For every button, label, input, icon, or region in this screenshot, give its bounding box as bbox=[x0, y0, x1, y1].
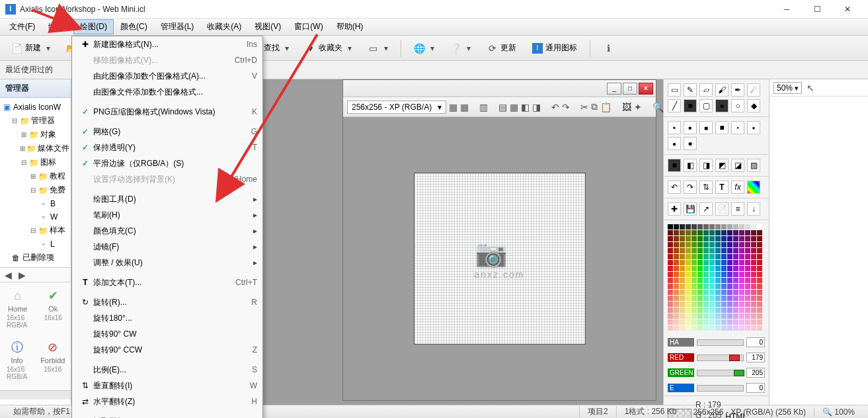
green-slider[interactable]: GREEN 205 bbox=[664, 365, 769, 380]
palette-swatch[interactable] bbox=[745, 302, 750, 307]
menu-item[interactable]: 颜色填充(C)▸ bbox=[72, 223, 262, 239]
palette-swatch[interactable] bbox=[745, 308, 750, 313]
paste-icon[interactable]: 📋 bbox=[600, 101, 612, 112]
palette-swatch[interactable] bbox=[709, 296, 715, 301]
palette-swatch[interactable] bbox=[668, 308, 673, 313]
palette-swatch[interactable] bbox=[751, 296, 756, 301]
palette-swatch[interactable] bbox=[703, 248, 709, 253]
menu-item[interactable]: ✓平滑边缘（仅RGB/A）(S) bbox=[72, 155, 262, 171]
palette-swatch[interactable] bbox=[697, 290, 703, 295]
palette-swatch[interactable] bbox=[715, 236, 721, 241]
palette-swatch[interactable] bbox=[727, 266, 732, 271]
palette-swatch[interactable] bbox=[680, 278, 685, 283]
palette-swatch[interactable] bbox=[721, 325, 727, 331]
palette-swatch[interactable] bbox=[686, 260, 691, 265]
palette-swatch[interactable] bbox=[733, 248, 738, 253]
menu-window[interactable]: 窗口(W) bbox=[288, 19, 329, 34]
palette-swatch[interactable] bbox=[745, 319, 750, 325]
palette-swatch[interactable] bbox=[751, 224, 756, 230]
palette-swatch[interactable] bbox=[715, 224, 721, 230]
palette-swatch[interactable] bbox=[680, 284, 685, 289]
slider[interactable] bbox=[697, 355, 744, 361]
eyedropper-tool[interactable]: ☄ bbox=[747, 83, 760, 97]
color-palette[interactable] bbox=[664, 220, 769, 335]
palette-swatch[interactable] bbox=[668, 278, 673, 283]
palette-swatch[interactable] bbox=[739, 260, 744, 265]
palette-swatch[interactable] bbox=[697, 296, 703, 301]
menu-item[interactable]: ✚新建图像格式(N)...Ins bbox=[72, 36, 262, 52]
palette-swatch[interactable] bbox=[739, 266, 744, 271]
new-palette[interactable]: ✚ bbox=[668, 202, 681, 216]
fx-tool[interactable]: fx bbox=[731, 181, 744, 194]
palette-swatch[interactable] bbox=[733, 254, 738, 259]
palette-swatch[interactable] bbox=[757, 319, 762, 325]
fill-solid[interactable]: ■ bbox=[668, 159, 681, 172]
palette-swatch[interactable] bbox=[680, 290, 685, 295]
thumb-forbidden[interactable]: ⊘ Forbidd 16x16 bbox=[40, 339, 65, 380]
more-palette[interactable]: ↓ bbox=[747, 202, 760, 216]
palette-swatch[interactable] bbox=[686, 224, 691, 230]
palette-swatch[interactable] bbox=[680, 242, 685, 247]
palette-swatch[interactable] bbox=[727, 314, 732, 319]
palette-swatch[interactable] bbox=[733, 278, 738, 283]
palette-swatch[interactable] bbox=[751, 319, 756, 325]
palette-swatch[interactable] bbox=[745, 260, 750, 265]
palette-swatch[interactable] bbox=[733, 236, 738, 241]
palette-swatch[interactable] bbox=[733, 290, 738, 295]
nav-icon[interactable]: ◀ bbox=[3, 269, 14, 280]
menu-help[interactable]: 帮助(H) bbox=[330, 19, 370, 34]
save-palette[interactable]: 💾 bbox=[684, 202, 697, 216]
red-value[interactable]: 179 bbox=[746, 353, 765, 362]
palette-swatch[interactable] bbox=[745, 236, 750, 241]
palette-swatch[interactable] bbox=[686, 314, 691, 319]
tool-icon[interactable]: ◧ bbox=[521, 101, 530, 112]
palette-swatch[interactable] bbox=[721, 230, 727, 235]
tool-icon[interactable]: ◨ bbox=[532, 101, 541, 112]
palette-swatch[interactable] bbox=[715, 272, 721, 277]
palette-swatch[interactable] bbox=[703, 278, 709, 283]
rotate-left-tool[interactable]: ↶ bbox=[668, 181, 681, 194]
palette-swatch[interactable] bbox=[697, 284, 703, 289]
format-combo[interactable]: 256x256 - XP (RGB/A) ▾ bbox=[347, 101, 446, 114]
menu-item[interactable]: 旋转180°... bbox=[72, 310, 262, 326]
palette-swatch[interactable] bbox=[674, 284, 679, 289]
palette-swatch[interactable] bbox=[691, 319, 697, 325]
palette-swatch[interactable] bbox=[751, 308, 756, 313]
palette-swatch[interactable] bbox=[757, 236, 762, 241]
palette-swatch[interactable] bbox=[697, 278, 703, 283]
info-button[interactable]: ℹ bbox=[597, 39, 620, 57]
palette-swatch[interactable] bbox=[691, 278, 697, 283]
palette-swatch[interactable] bbox=[739, 308, 744, 313]
collapse-icon[interactable]: ⊟ bbox=[29, 187, 36, 194]
fill-grad1[interactable]: ◧ bbox=[684, 159, 697, 172]
tree-item-l[interactable]: ▫L bbox=[1, 237, 69, 251]
menu-manager[interactable]: 管理器(L) bbox=[154, 19, 201, 34]
palette-swatch[interactable] bbox=[721, 284, 727, 289]
palette-swatch[interactable] bbox=[709, 272, 715, 277]
wand-icon[interactable]: ✦ bbox=[634, 101, 642, 112]
brush-3[interactable]: ■ bbox=[699, 121, 713, 134]
palette-swatch[interactable] bbox=[674, 314, 679, 319]
palette-swatch[interactable] bbox=[715, 278, 721, 283]
palette-swatch[interactable] bbox=[668, 230, 673, 235]
palette-swatch[interactable] bbox=[668, 314, 673, 319]
palette-swatch[interactable] bbox=[715, 230, 721, 235]
palette-swatch[interactable] bbox=[721, 260, 727, 265]
palette-swatch[interactable] bbox=[668, 236, 673, 241]
tool-icon[interactable]: 🔍 bbox=[652, 101, 664, 112]
palette-swatch[interactable] bbox=[709, 302, 715, 307]
palette-swatch[interactable] bbox=[757, 278, 762, 283]
collapse-icon[interactable]: ⊟ bbox=[11, 117, 18, 124]
palette-swatch[interactable] bbox=[721, 314, 727, 319]
palette-swatch[interactable] bbox=[691, 296, 697, 301]
palette-swatch[interactable] bbox=[703, 319, 709, 325]
palette-swatch[interactable] bbox=[680, 302, 685, 307]
menu-item[interactable]: 笔刷(H)▸ bbox=[72, 207, 262, 223]
palette-swatch[interactable] bbox=[686, 248, 691, 253]
thumb-home[interactable]: ⌂ Home 16x16 RGB/A bbox=[7, 288, 29, 329]
palette-swatch[interactable] bbox=[745, 254, 750, 259]
palette-swatch[interactable] bbox=[691, 290, 697, 295]
collapse-icon[interactable]: ⊟ bbox=[29, 227, 36, 234]
palette-swatch[interactable] bbox=[751, 325, 756, 331]
palette-swatch[interactable] bbox=[686, 319, 691, 325]
